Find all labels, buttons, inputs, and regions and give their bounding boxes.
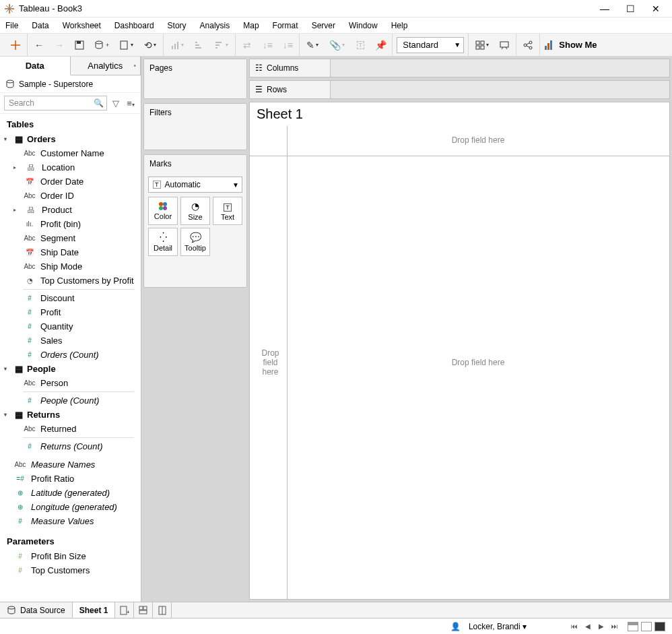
menu-map[interactable]: Map [243, 21, 259, 30]
tableau-logo-icon[interactable] [8, 38, 23, 53]
pin-button[interactable]: 📌 [373, 38, 388, 53]
field-ship-date[interactable]: 📅Ship Date [0, 245, 141, 259]
field-returned[interactable]: AbcReturned [0, 422, 141, 436]
marks-card: Marks T Automatic ▼ Color ◔Size TText ⁛D… [143, 154, 247, 288]
field-profit-bin[interactable]: ılı.Profit (bin) [0, 217, 141, 231]
refresh-button[interactable]: ⟲▾ [141, 38, 159, 53]
view-by-icon[interactable]: ≡▾ [125, 98, 137, 108]
filter-fields-icon[interactable]: ▽ [110, 98, 122, 108]
field-quantity[interactable]: #Quantity [0, 319, 141, 334]
menu-window[interactable]: Window [349, 21, 378, 30]
group-members-button[interactable]: 📎▾ [327, 38, 347, 53]
field-ship-mode[interactable]: AbcShip Mode [0, 259, 141, 274]
field-latitude[interactable]: ⊕Latitude (generated) [0, 486, 141, 500]
field-profit[interactable]: #Profit [0, 305, 141, 319]
param-profit-bin-size[interactable]: #Profit Bin Size [0, 549, 141, 563]
field-returns-count[interactable]: #Returns (Count) [0, 439, 141, 453]
columns-shelf[interactable]: ☷Columns [249, 59, 670, 77]
sheet-title[interactable]: Sheet 1 [250, 102, 669, 126]
show-me-button[interactable]: Show Me [544, 40, 597, 51]
field-top-customers[interactable]: ◔Top Customers by Profit [0, 274, 141, 288]
field-orders-count[interactable]: #Orders (Count) [0, 348, 141, 362]
sheet1-tab[interactable]: Sheet 1 [73, 602, 116, 618]
marks-tooltip-button[interactable]: 💬Tooltip [180, 228, 210, 256]
pages-shelf[interactable]: Pages [143, 59, 247, 99]
undo-button[interactable]: ← [32, 38, 46, 53]
menu-worksheet[interactable]: Worksheet [63, 21, 101, 30]
nav-next[interactable]: ▶ [597, 623, 606, 630]
new-dashboard-button[interactable] [134, 602, 153, 618]
group-button[interactable]: ⇄ [240, 38, 255, 53]
menu-server[interactable]: Server [312, 21, 335, 30]
field-search-input[interactable]: Search 🔍 [4, 96, 107, 110]
highlight-button[interactable]: ✎▾ [304, 38, 321, 53]
field-order-id[interactable]: AbcOrder ID [0, 189, 141, 203]
swap-button[interactable]: ▾ [168, 38, 187, 53]
nav-first[interactable]: ⏮ [570, 623, 579, 630]
field-profit-ratio[interactable]: =#Profit Ratio [0, 472, 141, 486]
new-sheet-button[interactable]: + [115, 602, 134, 618]
datasource-row[interactable]: Sample - Superstore [0, 75, 141, 93]
field-location[interactable]: ▸品Location [0, 160, 141, 175]
new-story-button[interactable] [153, 602, 172, 618]
menu-story[interactable]: Story [168, 21, 187, 30]
close-button[interactable]: ✕ [649, 3, 663, 14]
marks-color-button[interactable]: Color [148, 197, 178, 225]
new-datasource-button[interactable]: + [92, 38, 112, 53]
view-canvas[interactable]: Sheet 1 Drop field here Drop field here … [249, 102, 670, 600]
show-labels-button[interactable]: T [353, 38, 368, 53]
menu-dashboard[interactable]: Dashboard [114, 21, 154, 30]
table-orders[interactable]: ▾▦Orders [0, 132, 141, 146]
svg-rect-33 [550, 40, 552, 50]
mark-type-selector[interactable]: T Automatic ▼ [148, 177, 242, 193]
sort-asc-button[interactable] [192, 38, 207, 53]
svg-point-39 [8, 606, 15, 609]
filters-shelf[interactable]: Filters [143, 103, 247, 150]
table-returns[interactable]: ▾▦Returns [0, 408, 141, 422]
marks-detail-button[interactable]: ⁛Detail [148, 228, 178, 256]
param-top-customers[interactable]: #Top Customers [0, 563, 141, 577]
data-tab[interactable]: Data [0, 57, 71, 75]
field-order-date[interactable]: 📅Order Date [0, 175, 141, 189]
field-people-count[interactable]: #People (Count) [0, 393, 141, 408]
table-people[interactable]: ▾▦People [0, 362, 141, 376]
minimize-button[interactable]: — [598, 3, 611, 14]
marks-text-button[interactable]: TText [213, 197, 242, 225]
menu-data[interactable]: Data [32, 21, 48, 30]
sort-2-button[interactable]: ↓≡ [280, 38, 295, 53]
field-sales[interactable]: #Sales [0, 334, 141, 348]
new-worksheet-button[interactable]: ▾ [117, 38, 136, 53]
menu-format[interactable]: Format [273, 21, 298, 30]
sort-1-button[interactable]: ↓≡ [260, 38, 275, 53]
sort-desc-button[interactable]: ▾ [212, 38, 231, 53]
rows-shelf[interactable]: ☰Rows [249, 80, 670, 99]
menu-help[interactable]: Help [391, 21, 408, 30]
presentation-button[interactable] [497, 38, 512, 53]
signed-in-user[interactable]: Locker, Brandi ▾ [469, 622, 527, 631]
marks-size-button[interactable]: ◔Size [180, 197, 210, 225]
nav-last[interactable]: ⏭ [610, 623, 619, 630]
field-discount[interactable]: #Discount [0, 291, 141, 305]
field-longitude[interactable]: ⊕Longitude (generated) [0, 500, 141, 514]
svg-rect-20 [481, 41, 484, 44]
field-product[interactable]: ▸品Product [0, 203, 141, 217]
share-button[interactable] [520, 38, 535, 53]
menu-file[interactable]: File [5, 21, 18, 30]
datasource-tab[interactable]: Data Source [0, 602, 73, 618]
field-measure-names[interactable]: AbcMeasure Names [0, 457, 141, 472]
redo-button[interactable]: → [52, 38, 67, 53]
field-measure-values[interactable]: #Measure Values [0, 514, 141, 528]
save-button[interactable] [72, 38, 87, 53]
analytics-tab[interactable]: Analytics• [71, 57, 141, 75]
maximize-button[interactable]: ☐ [624, 3, 637, 14]
menu-analysis[interactable]: Analysis [200, 21, 230, 30]
view-tabs-mode[interactable] [628, 622, 638, 631]
field-customer-name[interactable]: AbcCustomer Name [0, 146, 141, 160]
view-filmstrip-mode[interactable] [641, 622, 652, 631]
nav-prev[interactable]: ◀ [583, 623, 593, 630]
field-segment[interactable]: AbcSegment [0, 231, 141, 245]
fit-selector[interactable]: Standard ▼ [397, 37, 464, 53]
show-cards-button[interactable]: ▾ [473, 38, 492, 53]
view-sheet-mode[interactable] [654, 622, 665, 631]
field-person[interactable]: AbcPerson [0, 376, 141, 390]
